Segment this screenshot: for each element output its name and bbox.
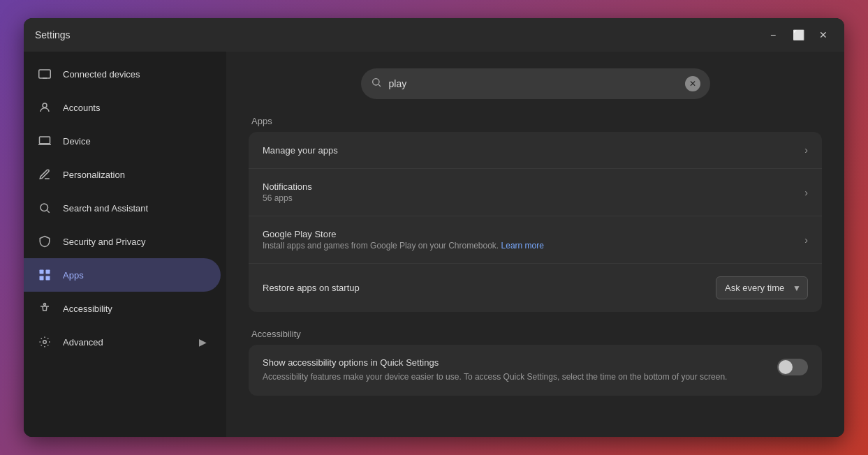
laptop-icon <box>38 134 52 148</box>
svg-line-5 <box>47 210 49 212</box>
accessibility-text: Show accessibility options in Quick Sett… <box>263 357 777 383</box>
device-icon <box>38 67 52 81</box>
sidebar-label-apps: Apps <box>63 270 84 281</box>
search-icon <box>38 201 52 215</box>
manage-your-apps-left: Manage your apps <box>263 145 338 156</box>
manage-your-apps-row[interactable]: Manage your apps › <box>249 132 822 169</box>
shield-icon <box>38 234 52 248</box>
sidebar: Connected devices Accounts Device Person… <box>24 52 226 437</box>
search-bar-wrapper: ✕ <box>249 68 822 99</box>
restore-apps-row[interactable]: Restore apps on startup Ask every time A… <box>249 264 822 312</box>
title-bar: Settings − ⬜ ✕ <box>24 18 844 52</box>
main-content: ✕ Apps Manage your apps › Notification <box>226 52 844 437</box>
sidebar-item-connected-devices[interactable]: Connected devices <box>24 57 221 91</box>
apps-section: Apps Manage your apps › Notifications 56… <box>249 116 822 312</box>
search-input[interactable] <box>389 78 678 89</box>
notifications-chevron: › <box>804 187 808 198</box>
sidebar-item-accessibility[interactable]: Accessibility <box>24 292 221 325</box>
sidebar-item-accounts[interactable]: Accounts <box>24 91 221 124</box>
google-play-store-left: Google Play Store Install apps and games… <box>263 229 544 251</box>
accessibility-option-title: Show accessibility options in Quick Sett… <box>263 357 763 368</box>
sidebar-label-accounts: Accounts <box>63 103 100 113</box>
sidebar-item-search-and-assistant[interactable]: Search and Assistant <box>24 191 221 225</box>
restore-apps-select[interactable]: Ask every time Always restore Never rest… <box>716 276 808 299</box>
svg-rect-6 <box>40 270 44 274</box>
accessibility-card: Show accessibility options in Quick Sett… <box>249 345 822 396</box>
sidebar-item-advanced[interactable]: Advanced ▶ <box>24 325 221 359</box>
sidebar-label-personalization: Personalization <box>63 170 125 180</box>
notifications-left: Notifications 56 apps <box>263 181 312 203</box>
sidebar-label-advanced: Advanced <box>63 337 103 348</box>
sidebar-item-security-and-privacy[interactable]: Security and Privacy <box>24 225 221 258</box>
svg-rect-0 <box>39 70 51 78</box>
accessibility-option-subtitle: Accessibility features make your device … <box>263 371 763 383</box>
close-button[interactable]: ✕ <box>814 25 833 45</box>
pen-icon <box>38 167 52 181</box>
notifications-row[interactable]: Notifications 56 apps › <box>249 169 822 216</box>
advanced-icon <box>38 335 52 349</box>
svg-rect-9 <box>46 276 50 281</box>
accessibility-section: Accessibility Show accessibility options… <box>249 329 822 396</box>
show-accessibility-row: Show accessibility options in Quick Sett… <box>249 345 822 396</box>
google-play-store-row[interactable]: Google Play Store Install apps and games… <box>249 216 822 264</box>
svg-rect-7 <box>46 270 50 274</box>
sidebar-item-apps[interactable]: Apps <box>24 258 221 292</box>
sidebar-label-device: Device <box>63 136 91 147</box>
learn-more-link[interactable]: Learn more <box>501 241 544 251</box>
google-play-chevron: › <box>804 234 808 246</box>
accessibility-icon <box>38 301 52 315</box>
accessibility-section-title: Accessibility <box>249 329 822 339</box>
advanced-left: Advanced <box>38 335 103 349</box>
advanced-expand-icon: ▶ <box>199 336 207 348</box>
sidebar-item-device[interactable]: Device <box>24 124 221 158</box>
apps-icon <box>38 268 52 282</box>
google-play-store-title: Google Play Store <box>263 229 544 239</box>
manage-your-apps-chevron: › <box>804 144 808 156</box>
accessibility-toggle[interactable] <box>777 359 808 375</box>
svg-rect-3 <box>40 137 50 144</box>
svg-point-4 <box>41 204 48 211</box>
content-area: Connected devices Accounts Device Person… <box>24 52 844 437</box>
minimize-button[interactable]: − <box>763 25 783 45</box>
settings-window: Settings − ⬜ ✕ Connected devices Account… <box>24 18 844 437</box>
search-clear-button[interactable]: ✕ <box>685 76 700 91</box>
notifications-subtitle: 56 apps <box>263 193 312 203</box>
restore-apps-title: Restore apps on startup <box>263 283 360 293</box>
apps-section-title: Apps <box>249 116 822 126</box>
accounts-icon <box>38 100 52 114</box>
restore-apps-select-wrapper: Ask every time Always restore Never rest… <box>716 276 808 299</box>
maximize-button[interactable]: ⬜ <box>788 25 808 45</box>
sidebar-label-security-and-privacy: Security and Privacy <box>63 237 146 247</box>
google-play-store-subtitle: Install apps and games from Google Play … <box>263 241 544 251</box>
svg-line-13 <box>378 84 381 87</box>
svg-point-11 <box>43 341 47 344</box>
sidebar-label-accessibility: Accessibility <box>63 304 112 314</box>
notifications-title: Notifications <box>263 181 312 192</box>
sidebar-label-search-and-assistant: Search and Assistant <box>63 203 148 214</box>
search-bar-icon <box>371 77 382 91</box>
svg-point-12 <box>372 79 378 85</box>
sidebar-item-personalization[interactable]: Personalization <box>24 158 221 191</box>
search-bar: ✕ <box>361 68 710 99</box>
window-title: Settings <box>35 29 71 40</box>
svg-point-2 <box>43 103 47 107</box>
svg-point-10 <box>44 304 46 306</box>
sidebar-label-connected-devices: Connected devices <box>63 69 140 80</box>
apps-card: Manage your apps › Notifications 56 apps… <box>249 132 822 312</box>
svg-rect-8 <box>40 276 44 281</box>
window-controls: − ⬜ ✕ <box>763 25 833 45</box>
manage-your-apps-title: Manage your apps <box>263 145 338 156</box>
